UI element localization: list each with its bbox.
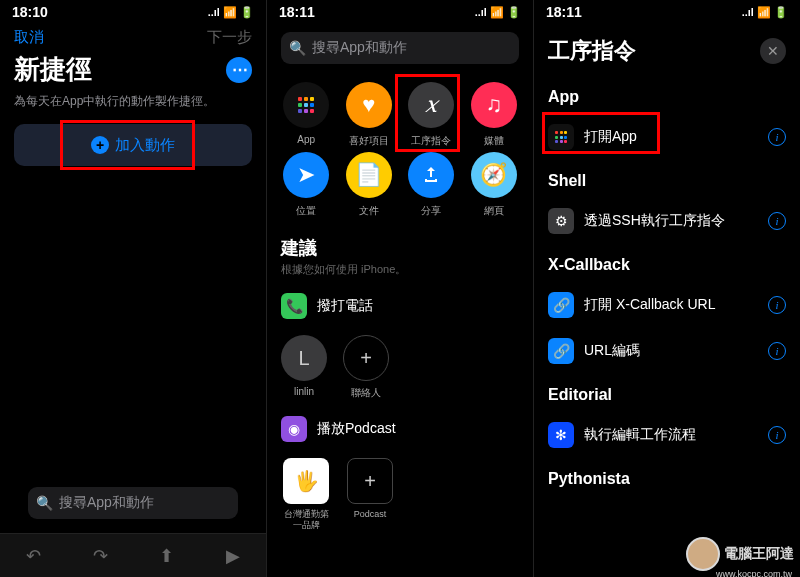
cancel-button[interactable]: 取消: [14, 28, 44, 47]
status-bar: 18:10 ..ıl 📶 🔋: [0, 0, 266, 22]
next-button[interactable]: 下一步: [207, 28, 252, 47]
category-favorites[interactable]: ♥喜好項目: [338, 82, 401, 148]
status-bar: 18:11 ..ıl 📶 🔋: [534, 0, 800, 22]
add-action-button[interactable]: + 加入動作: [14, 124, 252, 166]
status-icons: ..ıl 📶 🔋: [208, 6, 254, 19]
gear-icon: ⚙: [548, 208, 574, 234]
phone-icon: 📞: [281, 293, 307, 319]
list-item-xcallback[interactable]: 🔗 打開 X-Callback URL i: [534, 282, 800, 328]
undo-icon[interactable]: ↶: [26, 545, 41, 567]
category-share[interactable]: 分享: [400, 152, 463, 218]
status-time: 18:11: [546, 4, 582, 20]
category-scripting[interactable]: 𝑥工序指令: [400, 82, 463, 148]
status-time: 18:11: [279, 4, 315, 20]
search-input[interactable]: 🔍 搜尋App和動作: [28, 487, 238, 519]
contact-add[interactable]: +聯絡人: [343, 335, 389, 400]
podcast-item-1[interactable]: 🖐台灣通勤第一品牌: [281, 458, 331, 531]
app-grid-icon: [548, 124, 574, 150]
list-item-open-app[interactable]: 打開App i: [534, 114, 800, 160]
phone-1: 18:10 ..ıl 📶 🔋 取消 下一步 新捷徑 ⋯ 為每天在App中執行的動…: [0, 0, 267, 577]
info-icon[interactable]: i: [768, 296, 786, 314]
page-subtitle: 為每天在App中執行的動作製作捷徑。: [0, 93, 266, 124]
status-time: 18:10: [12, 4, 48, 20]
status-icons: ..ıl 📶 🔋: [475, 6, 521, 19]
list-item-editorial[interactable]: ✻ 執行編輯工作流程 i: [534, 412, 800, 458]
info-icon[interactable]: i: [768, 212, 786, 230]
phone-3: 18:11 ..ıl 📶 🔋 工序指令 ✕ App 打開App i Shell …: [534, 0, 800, 577]
watermark-url: www.kocpc.com.tw: [716, 569, 792, 577]
share-icon[interactable]: ⬆: [159, 545, 174, 567]
podcast-icon: ◉: [281, 416, 307, 442]
watermark: 電腦王阿達: [686, 537, 794, 571]
category-media[interactable]: ♫媒體: [463, 82, 526, 148]
status-bar: 18:11 ..ıl 📶 🔋: [267, 0, 533, 22]
sheet-title: 工序指令: [548, 36, 636, 66]
contact-linlin[interactable]: Llinlin: [281, 335, 327, 400]
link-icon: 🔗: [548, 338, 574, 364]
section-subtitle: 根據您如何使用 iPhone。: [267, 262, 533, 285]
plus-icon: +: [91, 136, 109, 154]
watermark-avatar: [686, 537, 720, 571]
group-header: X-Callback: [534, 244, 800, 282]
podcast-add[interactable]: +Podcast: [347, 458, 393, 531]
section-header: 建議: [267, 226, 533, 262]
watermark-text: 電腦王阿達: [724, 545, 794, 563]
info-icon[interactable]: i: [768, 342, 786, 360]
group-header: Editorial: [534, 374, 800, 412]
list-item-ssh[interactable]: ⚙ 透過SSH執行工序指令 i: [534, 198, 800, 244]
search-placeholder: 搜尋App和動作: [59, 494, 154, 512]
search-icon: 🔍: [289, 40, 306, 56]
add-action-label: 加入動作: [115, 136, 175, 155]
category-app[interactable]: App: [275, 82, 338, 148]
category-location[interactable]: ➤位置: [275, 152, 338, 218]
status-icons: ..ıl 📶 🔋: [742, 6, 788, 19]
search-placeholder: 搜尋App和動作: [312, 39, 407, 57]
podcast-grid: 🖐台灣通勤第一品牌 +Podcast: [267, 450, 533, 539]
category-web[interactable]: 🧭網頁: [463, 152, 526, 218]
close-button[interactable]: ✕: [760, 38, 786, 64]
nav-bar: 取消 下一步: [0, 22, 266, 52]
list-item-urlencode[interactable]: 🔗 URL編碼 i: [534, 328, 800, 374]
page-title: 新捷徑: [14, 52, 92, 87]
phone-2: 18:11 ..ıl 📶 🔋 🔍 搜尋App和動作 App ♥喜好項目 𝑥工序指…: [267, 0, 534, 577]
info-icon[interactable]: i: [768, 426, 786, 444]
group-header: App: [534, 76, 800, 114]
info-icon[interactable]: i: [768, 128, 786, 146]
category-grid: App ♥喜好項目 𝑥工序指令 ♫媒體 ➤位置 📄文件 分享 🧭網頁: [267, 70, 533, 226]
link-icon: 🔗: [548, 292, 574, 318]
action-podcast[interactable]: ◉ 播放Podcast: [267, 408, 533, 450]
contact-grid: Llinlin +聯絡人: [267, 327, 533, 408]
group-header: Shell: [534, 160, 800, 198]
sheet-header: 工序指令 ✕: [534, 22, 800, 76]
bottom-toolbar: ↶ ↷ ⬆ ▶: [0, 533, 266, 577]
action-call[interactable]: 📞 撥打電話: [267, 285, 533, 327]
redo-icon[interactable]: ↷: [93, 545, 108, 567]
group-header: Pythonista: [534, 458, 800, 496]
more-button[interactable]: ⋯: [226, 57, 252, 83]
search-input[interactable]: 🔍 搜尋App和動作: [281, 32, 519, 64]
search-icon: 🔍: [36, 495, 53, 511]
editorial-icon: ✻: [548, 422, 574, 448]
play-icon[interactable]: ▶: [226, 545, 240, 567]
category-documents[interactable]: 📄文件: [338, 152, 401, 218]
